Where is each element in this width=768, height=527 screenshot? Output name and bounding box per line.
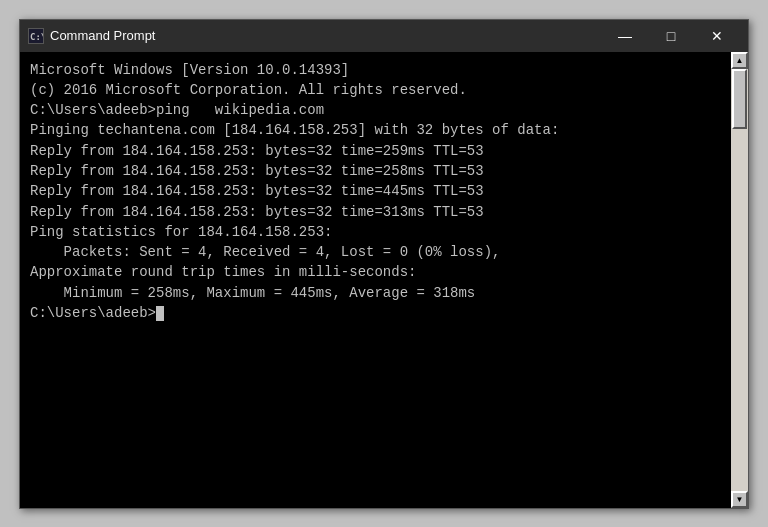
terminal-line: Microsoft Windows [Version 10.0.14393] <box>30 60 721 80</box>
terminal-line: (c) 2016 Microsoft Corporation. All righ… <box>30 80 721 100</box>
window-title: Command Prompt <box>50 28 602 43</box>
terminal-line: Reply from 184.164.158.253: bytes=32 tim… <box>30 141 721 161</box>
terminal-line: Reply from 184.164.158.253: bytes=32 tim… <box>30 202 721 222</box>
terminal-line: Ping statistics for 184.164.158.253: <box>30 222 721 242</box>
title-bar: C:\ Command Prompt — □ ✕ <box>20 20 748 52</box>
scrollbar-track[interactable] <box>731 69 748 491</box>
window-icon: C:\ <box>28 28 44 44</box>
terminal-output[interactable]: Microsoft Windows [Version 10.0.14393](c… <box>20 52 731 508</box>
svg-text:C:\: C:\ <box>30 32 43 42</box>
terminal-line: Reply from 184.164.158.253: bytes=32 tim… <box>30 161 721 181</box>
terminal-line: Reply from 184.164.158.253: bytes=32 tim… <box>30 181 721 201</box>
scrollbar-thumb[interactable] <box>732 69 747 129</box>
close-button[interactable]: ✕ <box>694 20 740 52</box>
cmd-icon: C:\ <box>29 29 43 43</box>
cursor <box>156 306 164 321</box>
command-prompt-window: C:\ Command Prompt — □ ✕ Microsoft Windo… <box>19 19 749 509</box>
terminal-line: C:\Users\adeeb>ping wikipedia.com <box>30 100 721 120</box>
scrollbar[interactable]: ▲ ▼ <box>731 52 748 508</box>
terminal-line: Approximate round trip times in milli-se… <box>30 262 721 282</box>
terminal-line: Packets: Sent = 4, Received = 4, Lost = … <box>30 242 721 262</box>
window-body: Microsoft Windows [Version 10.0.14393](c… <box>20 52 748 508</box>
scrollbar-down-arrow[interactable]: ▼ <box>731 491 748 508</box>
scrollbar-up-arrow[interactable]: ▲ <box>731 52 748 69</box>
maximize-button[interactable]: □ <box>648 20 694 52</box>
terminal-line: Pinging techantena.com [184.164.158.253]… <box>30 120 721 140</box>
terminal-line: C:\Users\adeeb> <box>30 303 721 323</box>
minimize-button[interactable]: — <box>602 20 648 52</box>
terminal-line: Minimum = 258ms, Maximum = 445ms, Averag… <box>30 283 721 303</box>
window-controls: — □ ✕ <box>602 20 740 52</box>
